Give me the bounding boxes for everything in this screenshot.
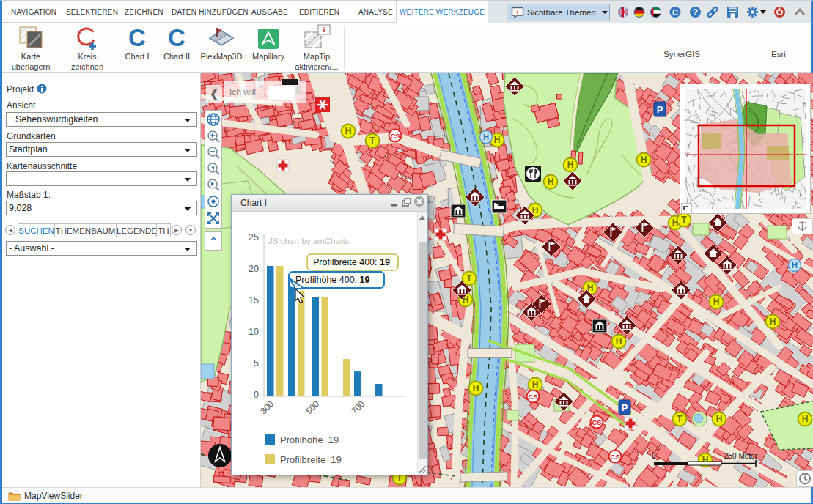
- svg-text:0: 0: [652, 452, 656, 460]
- svg-text:10: 10: [249, 327, 259, 337]
- svg-text:25: 25: [249, 232, 259, 242]
- svg-text:T: T: [466, 273, 472, 284]
- svg-text:0: 0: [254, 390, 259, 400]
- svg-text:C: C: [672, 8, 678, 17]
- svg-text:20: 20: [249, 264, 259, 274]
- svg-text:H: H: [616, 336, 622, 346]
- svg-text:H: H: [802, 414, 809, 424]
- svg-text:15: 15: [249, 295, 259, 305]
- svg-text:Profilbreite 19: Profilbreite 19: [280, 454, 342, 465]
- svg-text:H: H: [641, 155, 647, 165]
- svg-text:H: H: [770, 316, 776, 327]
- svg-text:T: T: [677, 414, 683, 424]
- svg-text:JS chart by amCharts: JS chart by amCharts: [268, 237, 350, 245]
- svg-text:CS: CS: [610, 453, 619, 461]
- svg-text:T: T: [681, 215, 687, 225]
- svg-text:H: H: [494, 135, 501, 145]
- svg-text:H: H: [473, 383, 479, 393]
- svg-text:T: T: [369, 136, 375, 146]
- svg-text:H: H: [548, 177, 554, 187]
- svg-text:H: H: [532, 379, 539, 390]
- svg-text:H: H: [345, 126, 352, 136]
- svg-text:Profilhöhe 19: Profilhöhe 19: [280, 434, 339, 445]
- svg-text:CS: CS: [528, 393, 537, 401]
- svg-text:H: H: [713, 297, 720, 307]
- svg-text:CS: CS: [592, 418, 601, 426]
- svg-text:250 Meter: 250 Meter: [724, 452, 758, 460]
- svg-text:500: 500: [304, 399, 321, 416]
- svg-text:?: ?: [693, 7, 698, 18]
- svg-text:Profilhöhe 400: 19: Profilhöhe 400: 19: [295, 275, 370, 285]
- svg-text:H: H: [483, 133, 489, 141]
- svg-text:P: P: [622, 402, 628, 413]
- svg-text:i: i: [323, 25, 325, 34]
- svg-text:300: 300: [258, 399, 276, 416]
- svg-text:CS: CS: [390, 132, 400, 140]
- svg-text:5: 5: [254, 358, 259, 368]
- svg-text:Profilbreite 400: 19: Profilbreite 400: 19: [313, 257, 390, 267]
- svg-text:700: 700: [349, 399, 367, 416]
- svg-text:H: H: [567, 160, 574, 170]
- svg-text:H: H: [716, 414, 723, 424]
- svg-text:P: P: [657, 104, 663, 115]
- svg-text:H: H: [792, 261, 798, 270]
